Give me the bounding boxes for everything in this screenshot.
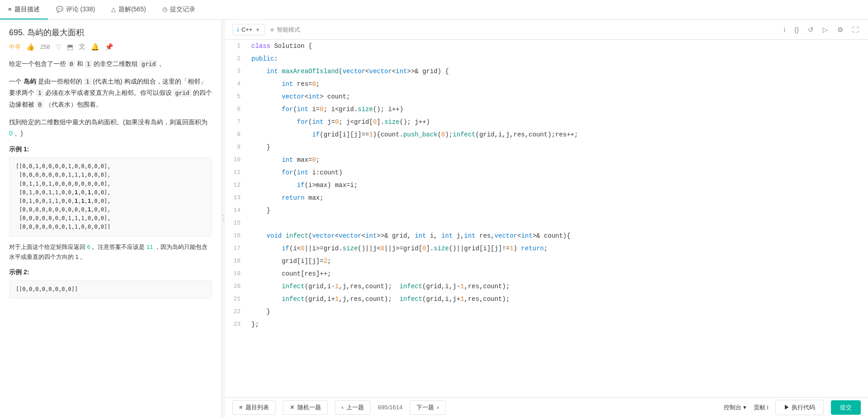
line-number: 15 <box>225 217 248 230</box>
prev-problem-button[interactable]: ‹ 上一题 <box>335 400 371 415</box>
line-code: vector<int> count; <box>248 90 868 103</box>
table-row: 20 infect(grid,i-1,j,res,count); infect(… <box>225 280 868 293</box>
table-row: 2 public: <box>225 52 868 65</box>
line-number: 23 <box>225 318 248 331</box>
main-layout: 695. 岛屿的最大面积 中等 👍 258 ♡ ⬒ 文 🔔 📌 给定一个包含了一… <box>0 20 868 417</box>
run-code-button[interactable]: ▶ 执行代码 <box>775 400 824 415</box>
table-row: 10 int max=0; <box>225 154 868 166</box>
table-row: 18 grid[i][j]=2; <box>225 255 868 267</box>
line-code: grid[i][j]=2; <box>248 255 868 267</box>
editor-toolbar: i C++ ▼ 智能模式 i {} ↺ ▷ ⚙ ⛶ <box>225 20 868 40</box>
table-row: 19 count[res]++; <box>225 267 868 280</box>
bell-icon[interactable]: 🔔 <box>91 43 99 51</box>
divider-dot-3 <box>223 220 224 222</box>
tab-comments[interactable]: 💬 评论 (338) <box>48 0 104 19</box>
console-dropdown-icon: ▾ <box>743 404 746 411</box>
run-debug-icon[interactable]: ▷ <box>821 24 830 36</box>
problem-description-3: 找到给定的二维数组中最大的岛屿面积。(如果没有岛屿，则返回面积为 0 。) <box>9 117 212 139</box>
ai-mode-indicator: 智能模式 <box>270 26 300 34</box>
prev-icon: ‹ <box>342 404 344 411</box>
submit-button[interactable]: 提交 <box>831 400 861 415</box>
code-table: 1 class Solution { 2 public: 3 int maxAr… <box>225 40 868 331</box>
line-code: int max=0; <box>248 154 868 166</box>
console-button[interactable]: 控制台 ▾ <box>724 403 746 412</box>
table-row: 11 for(int i:count) <box>225 166 868 179</box>
line-number: 1 <box>225 40 248 52</box>
line-number: 22 <box>225 305 248 318</box>
line-code: class Solution { <box>248 40 868 52</box>
left-panel: 695. 岛屿的最大面积 中等 👍 258 ♡ ⬒ 文 🔔 📌 给定一个包含了一… <box>0 20 222 417</box>
line-number: 21 <box>225 293 248 305</box>
line-number: 14 <box>225 204 248 217</box>
line-code <box>248 217 868 230</box>
tab-solutions[interactable]: △ 题解(565) <box>103 0 154 19</box>
like-icon[interactable]: 👍 <box>26 43 35 51</box>
table-row: 17 if(i<0||i>=grid.size()||j<0||j>=grid[… <box>225 242 868 255</box>
line-code: infect(grid,i-1,j,res,count); infect(gri… <box>248 280 868 293</box>
favorite-icon[interactable]: ♡ <box>56 43 61 51</box>
share-icon[interactable]: ⬒ <box>67 43 73 51</box>
lang-dropdown-icon: ▼ <box>255 27 260 33</box>
line-code: } <box>248 204 868 217</box>
line-number: 2 <box>225 52 248 65</box>
table-row: 23 }; <box>225 318 868 331</box>
table-row: 6 for(int i=0; i<grid.size(); i++) <box>225 103 868 116</box>
language-select[interactable]: i C++ ▼ <box>232 24 265 35</box>
problem-meta: 中等 👍 258 ♡ ⬒ 文 🔔 📌 <box>9 42 212 51</box>
translate-icon[interactable]: 文 <box>79 42 85 51</box>
table-row: 21 infect(grid,i+1,j,res,count); infect(… <box>225 293 868 305</box>
problem-title: 695. 岛屿的最大面积 <box>9 27 212 38</box>
code-editor[interactable]: 1 class Solution { 2 public: 3 int maxAr… <box>225 40 868 397</box>
problem-list-button[interactable]: ≡ 题目列表 <box>232 400 276 415</box>
table-row: 22 } <box>225 305 868 318</box>
list-icon: ≡ <box>239 404 243 411</box>
line-number: 19 <box>225 267 248 280</box>
top-tab-bar: ≡ 题目描述 💬 评论 (338) △ 题解(565) ◷ 提交记录 <box>0 0 868 20</box>
right-panel: i C++ ▼ 智能模式 i {} ↺ ▷ ⚙ ⛶ 1 class So <box>225 20 868 417</box>
line-code: }; <box>248 318 868 331</box>
divider-dot-2 <box>223 218 224 219</box>
ai-dot <box>270 28 274 32</box>
next-problem-button[interactable]: 下一题 › <box>410 400 445 415</box>
line-code: } <box>248 305 868 318</box>
table-row: 8 if(grid[i][j]==1){count.push_back(0);i… <box>225 128 868 141</box>
tab-description[interactable]: ≡ 题目描述 <box>0 0 48 19</box>
line-number: 13 <box>225 192 248 204</box>
comments-icon: 💬 <box>56 6 63 13</box>
line-code: count[res]++; <box>248 267 868 280</box>
solutions-icon: △ <box>111 6 116 13</box>
line-number: 9 <box>225 141 248 154</box>
table-row: 1 class Solution { <box>225 40 868 52</box>
line-number: 11 <box>225 166 248 179</box>
line-number: 3 <box>225 65 248 78</box>
tab-submissions[interactable]: ◷ 提交记录 <box>154 0 203 19</box>
example2-data: [[0,0,0,0,0,0,0,0]] <box>9 280 212 299</box>
line-number: 12 <box>225 179 248 192</box>
undo-icon[interactable]: ↺ <box>806 24 816 36</box>
format-icon[interactable]: {} <box>793 24 801 35</box>
contribute-button[interactable]: 贡献 i <box>754 403 769 412</box>
fullscreen-icon[interactable]: ⛶ <box>850 24 861 35</box>
panel-divider[interactable] <box>222 20 225 417</box>
settings-icon[interactable]: ⚙ <box>835 24 845 36</box>
example1-title: 示例 1: <box>9 145 212 154</box>
divider-dot-1 <box>223 215 224 216</box>
line-code: for(int j=0; j<grid[0].size(); j++) <box>248 116 868 128</box>
random-icon: ✕ <box>290 404 295 411</box>
line-number: 18 <box>225 255 248 267</box>
next-icon: › <box>437 404 439 411</box>
problem-description-1: 给定一个包含了一些 0 和 1 的非空二维数组 grid 。 <box>9 58 212 70</box>
difficulty-badge: 中等 <box>9 43 21 51</box>
random-problem-button[interactable]: ✕ 随机一题 <box>283 400 328 415</box>
table-row: 7 for(int j=0; j<grid[0].size(); j++) <box>225 116 868 128</box>
line-code: if(i>max) max=i; <box>248 179 868 192</box>
line-number: 17 <box>225 242 248 255</box>
line-code: public: <box>248 52 868 65</box>
line-number: 7 <box>225 116 248 128</box>
bottom-bar: ≡ 题目列表 ✕ 随机一题 ‹ 上一题 695/1614 下一题 › 控制台 ▾ <box>225 397 868 417</box>
line-number: 6 <box>225 103 248 116</box>
line-code: for(int i=0; i<grid.size(); i++) <box>248 103 868 116</box>
bookmark-icon[interactable]: 📌 <box>105 43 113 51</box>
info-icon[interactable]: i <box>782 24 787 35</box>
line-code: int res=0; <box>248 78 868 90</box>
